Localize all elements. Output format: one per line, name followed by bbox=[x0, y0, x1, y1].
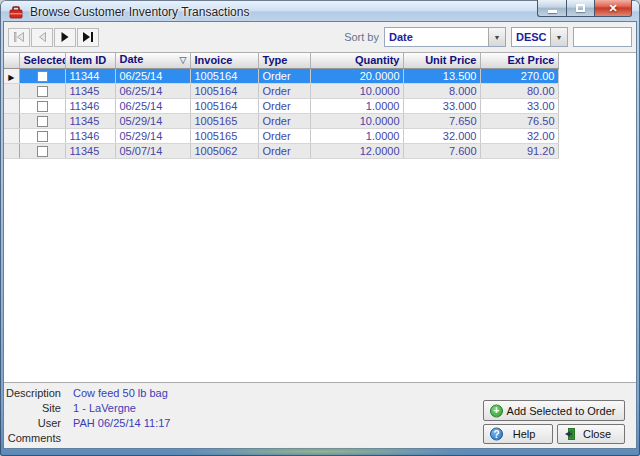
cell-invoice[interactable]: 1005062 bbox=[190, 143, 258, 158]
cell-date[interactable]: 05/29/14 bbox=[115, 113, 190, 128]
cell-unit-price[interactable]: 8.000 bbox=[403, 83, 480, 98]
add-selected-to-order-button[interactable]: + Add Selected to Order bbox=[483, 400, 625, 421]
column-header-quantity[interactable]: Quantity bbox=[310, 53, 403, 68]
cell-quantity[interactable]: 10.0000 bbox=[310, 113, 403, 128]
previous-record-button[interactable] bbox=[31, 28, 53, 47]
browse-transactions-window: Browse Customer Inventory Transactions ✕ bbox=[0, 0, 640, 456]
table-row[interactable]: 1134505/29/141005165Order10.00007.65076.… bbox=[4, 113, 558, 128]
column-header-ext-price[interactable]: Ext Price bbox=[480, 53, 558, 68]
cell-item-id[interactable]: 11346 bbox=[65, 128, 115, 143]
column-header-type[interactable]: Type bbox=[258, 53, 310, 68]
close-label: Close bbox=[583, 428, 611, 440]
next-record-icon bbox=[59, 32, 71, 42]
cell-item-id[interactable]: 11345 bbox=[65, 113, 115, 128]
cell-unit-price[interactable]: 33.000 bbox=[403, 98, 480, 113]
cell-unit-price[interactable]: 7.600 bbox=[403, 143, 480, 158]
cell-type[interactable]: Order bbox=[258, 83, 310, 98]
column-header-date[interactable]: Date▽ bbox=[115, 53, 190, 68]
cell-type[interactable]: Order bbox=[258, 128, 310, 143]
add-selected-label: Add Selected to Order bbox=[507, 405, 616, 417]
cell-item-id[interactable]: 11344 bbox=[65, 68, 115, 83]
cell-invoice[interactable]: 1005164 bbox=[190, 83, 258, 98]
search-input[interactable] bbox=[573, 27, 632, 47]
cell-ext-price[interactable]: 270.00 bbox=[480, 68, 558, 83]
cell-type[interactable]: Order bbox=[258, 113, 310, 128]
cell-unit-price[interactable]: 7.650 bbox=[403, 113, 480, 128]
row-checkbox[interactable] bbox=[37, 86, 48, 97]
row-selector-cell[interactable] bbox=[4, 113, 19, 128]
chevron-down-icon[interactable]: ▼ bbox=[488, 28, 505, 46]
table-row[interactable]: 1134505/07/141005062Order12.00007.60091.… bbox=[4, 143, 558, 158]
cell-ext-price[interactable]: 80.00 bbox=[480, 83, 558, 98]
cell-quantity[interactable]: 1.0000 bbox=[310, 128, 403, 143]
cell-unit-price[interactable]: 13.500 bbox=[403, 68, 480, 83]
cell-date[interactable]: 05/07/14 bbox=[115, 143, 190, 158]
cell-date[interactable]: 05/29/14 bbox=[115, 128, 190, 143]
red-toolbox-icon bbox=[8, 4, 24, 20]
cell-invoice[interactable]: 1005165 bbox=[190, 113, 258, 128]
close-icon: ✕ bbox=[608, 2, 617, 15]
record-navigation bbox=[8, 28, 100, 47]
close-window-button[interactable]: ✕ bbox=[594, 0, 632, 17]
current-row-arrow-icon: ▶ bbox=[8, 73, 14, 82]
cell-item-id[interactable]: 11345 bbox=[65, 83, 115, 98]
cell-type[interactable]: Order bbox=[258, 143, 310, 158]
column-header-selected[interactable]: Selected bbox=[19, 53, 65, 68]
table-row[interactable]: 1134605/29/141005165Order1.000032.00032.… bbox=[4, 128, 558, 143]
cell-type[interactable]: Order bbox=[258, 98, 310, 113]
description-value: Cow feed 50 lb bag bbox=[73, 387, 168, 399]
comments-row: Comments bbox=[4, 432, 73, 445]
selected-cell bbox=[19, 143, 65, 158]
row-checkbox[interactable] bbox=[37, 146, 48, 157]
close-button[interactable]: Close bbox=[557, 424, 625, 444]
cell-item-id[interactable]: 11345 bbox=[65, 143, 115, 158]
selected-cell bbox=[19, 98, 65, 113]
row-selector-cell[interactable] bbox=[4, 128, 19, 143]
row-checkbox[interactable] bbox=[37, 101, 48, 112]
cell-quantity[interactable]: 10.0000 bbox=[310, 83, 403, 98]
cell-date[interactable]: 06/25/14 bbox=[115, 68, 190, 83]
cell-ext-price[interactable]: 91.20 bbox=[480, 143, 558, 158]
row-selector-cell[interactable] bbox=[4, 143, 19, 158]
column-header-invoice[interactable]: Invoice bbox=[190, 53, 258, 68]
cell-item-id[interactable]: 11346 bbox=[65, 98, 115, 113]
first-record-button[interactable] bbox=[8, 28, 30, 47]
row-checkbox[interactable] bbox=[37, 131, 48, 142]
cell-quantity[interactable]: 20.0000 bbox=[310, 68, 403, 83]
cell-date[interactable]: 06/25/14 bbox=[115, 83, 190, 98]
maximize-button[interactable] bbox=[566, 0, 594, 17]
table-row[interactable]: 1134506/25/141005164Order10.00008.00080.… bbox=[4, 83, 558, 98]
cell-ext-price[interactable]: 33.00 bbox=[480, 98, 558, 113]
minimize-button[interactable] bbox=[537, 0, 566, 17]
chevron-down-icon[interactable]: ▼ bbox=[550, 28, 567, 46]
cell-date[interactable]: 06/25/14 bbox=[115, 98, 190, 113]
cell-quantity[interactable]: 12.0000 bbox=[310, 143, 403, 158]
table-row[interactable]: 1134606/25/141005164Order1.000033.00033.… bbox=[4, 98, 558, 113]
window-bottom-glow bbox=[180, 447, 460, 456]
user-label: User bbox=[4, 417, 61, 429]
cell-invoice[interactable]: 1005164 bbox=[190, 98, 258, 113]
column-header-unit-price[interactable]: Unit Price bbox=[403, 53, 480, 68]
row-selector-cell[interactable] bbox=[4, 83, 19, 98]
next-record-button[interactable] bbox=[54, 28, 76, 47]
cell-quantity[interactable]: 1.0000 bbox=[310, 98, 403, 113]
help-label: Help bbox=[513, 428, 536, 440]
last-record-button[interactable] bbox=[77, 28, 99, 47]
row-selector-cell[interactable]: ▶ bbox=[4, 68, 19, 83]
cell-ext-price[interactable]: 32.00 bbox=[480, 128, 558, 143]
cell-invoice[interactable]: 1005165 bbox=[190, 128, 258, 143]
cell-invoice[interactable]: 1005164 bbox=[190, 68, 258, 83]
sort-field-dropdown[interactable]: Date ▼ bbox=[384, 27, 506, 47]
site-row: Site1 - LaVergne bbox=[4, 402, 136, 415]
cell-type[interactable]: Order bbox=[258, 68, 310, 83]
help-button[interactable]: ? Help bbox=[483, 424, 553, 444]
sort-direction-dropdown[interactable]: DESC ▼ bbox=[511, 27, 568, 47]
row-checkbox[interactable] bbox=[37, 71, 48, 82]
row-checkbox[interactable] bbox=[37, 116, 48, 127]
cell-ext-price[interactable]: 76.50 bbox=[480, 113, 558, 128]
row-selector-cell[interactable] bbox=[4, 98, 19, 113]
window-controls: ✕ bbox=[537, 0, 632, 17]
column-header-item-id[interactable]: Item ID bbox=[65, 53, 115, 68]
table-row[interactable]: ▶1134406/25/141005164Order20.000013.5002… bbox=[4, 68, 558, 83]
cell-unit-price[interactable]: 32.000 bbox=[403, 128, 480, 143]
